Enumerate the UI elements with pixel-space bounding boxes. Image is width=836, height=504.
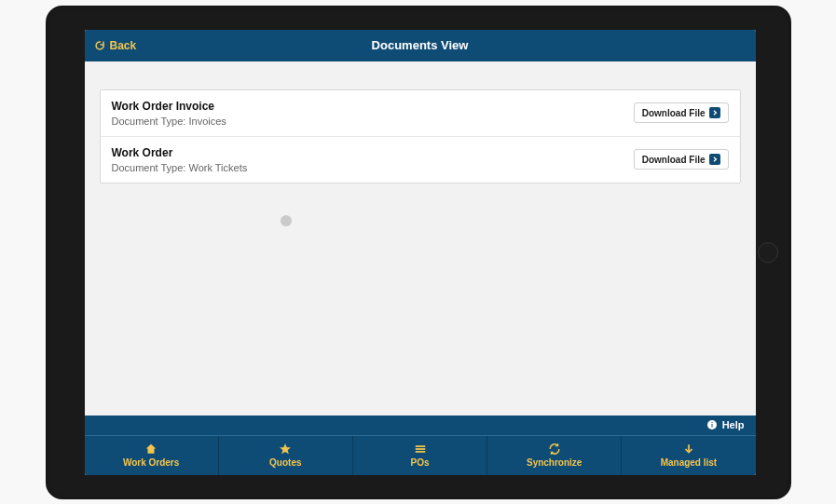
document-row: Work Order Document Type: Work Tickets D… [101, 137, 740, 183]
help-label: Help [722, 419, 745, 430]
back-label: Back [110, 39, 137, 52]
document-type: Document Type: Work Tickets [112, 162, 248, 173]
download-file-label: Download File [642, 155, 706, 165]
tab-pos[interactable]: POs [353, 436, 487, 475]
tab-label: Synchronize [527, 457, 582, 468]
svg-rect-1 [711, 424, 712, 428]
document-info: Work Order Invoice Document Type: Invoic… [112, 100, 226, 127]
download-file-button[interactable]: Download File [634, 102, 729, 123]
header-bar: Back Documents View [85, 30, 756, 61]
document-type-value: Invoices [188, 116, 226, 127]
document-info: Work Order Document Type: Work Tickets [112, 146, 248, 173]
help-button[interactable]: Help [85, 415, 756, 436]
tab-label: Work Orders [123, 457, 179, 468]
back-arrow-icon [94, 40, 105, 51]
tab-managed-list[interactable]: Managed list [622, 436, 755, 475]
document-type-value: Work Tickets [188, 162, 247, 173]
tab-synchronize[interactable]: Synchronize [487, 436, 622, 475]
menu-icon [414, 443, 427, 456]
star-icon [279, 443, 292, 456]
page-title: Documents View [85, 38, 756, 52]
tablet-frame: Back Documents View Work Order Invoice D… [46, 6, 791, 499]
loading-indicator [281, 215, 292, 226]
document-type-label: Document Type: [112, 162, 186, 173]
svg-rect-2 [711, 422, 712, 423]
document-type-label: Document Type: [112, 116, 186, 127]
info-icon [706, 419, 718, 430]
svg-marker-3 [280, 443, 291, 454]
document-type: Document Type: Invoices [112, 116, 226, 127]
download-icon [682, 443, 695, 456]
document-title: Work Order Invoice [112, 100, 226, 113]
tab-label: Managed list [661, 457, 718, 468]
document-title: Work Order [112, 146, 248, 159]
content-area: Work Order Invoice Document Type: Invoic… [85, 61, 756, 415]
tab-label: POs [411, 457, 430, 468]
tab-bar: Work Orders Quotes POs Synchronize [85, 436, 756, 475]
sync-icon [548, 443, 561, 456]
tab-work-orders[interactable]: Work Orders [85, 436, 219, 475]
chevron-right-icon [709, 154, 720, 165]
download-file-button[interactable]: Download File [634, 149, 729, 170]
chevron-right-icon [709, 107, 720, 118]
app-screen: Back Documents View Work Order Invoice D… [85, 30, 756, 475]
tab-quotes[interactable]: Quotes [219, 436, 353, 475]
document-row: Work Order Invoice Document Type: Invoic… [101, 90, 740, 137]
home-button[interactable] [758, 242, 778, 263]
document-list: Work Order Invoice Document Type: Invoic… [100, 89, 741, 184]
download-file-label: Download File [642, 108, 706, 118]
home-icon [144, 443, 158, 456]
tab-label: Quotes [269, 457, 301, 468]
back-button[interactable]: Back [94, 39, 137, 52]
